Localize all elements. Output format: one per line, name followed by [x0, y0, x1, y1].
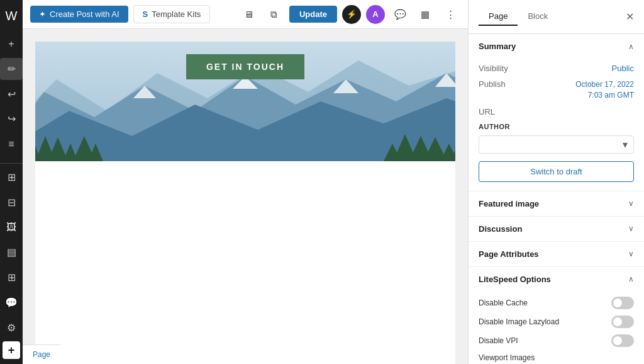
author-section: AUTHOR — [479, 123, 634, 154]
summary-body: Visibility Public Publish October 17, 20… — [469, 59, 644, 191]
right-panel: Page Block ✕ Summary ∧ Visibility Public… — [468, 0, 644, 364]
page-canvas: GET IN TOUCH — [35, 42, 455, 364]
publish-label: Publish — [479, 79, 523, 89]
bottom-bar[interactable]: Page — [23, 344, 60, 364]
create-post-button[interactable]: ✦ Create Post with AI — [30, 6, 128, 23]
disable-vpi-row: Disable VPI — [479, 334, 634, 347]
page-attributes-arrow: ∨ — [628, 249, 634, 258]
add-block-sidebar-icon[interactable]: + — [0, 33, 23, 55]
visibility-row: Visibility Public — [479, 64, 634, 73]
viewport-images-section: Viewport Images — [479, 353, 634, 364]
disable-vpi-toggle[interactable] — [611, 334, 634, 347]
visibility-value[interactable]: Public — [612, 64, 634, 73]
editor-wrap: ✦ Create Post with AI S Template Kits 🖥 … — [23, 0, 468, 364]
litespeed-header[interactable]: LiteSpeed Options ∧ — [469, 267, 644, 292]
visibility-label: Visibility — [479, 64, 523, 73]
more-options-button[interactable]: ⋮ — [440, 4, 460, 25]
author-select[interactable] — [479, 135, 634, 154]
discussion-title: Discussion — [479, 224, 522, 234]
left-sidebar: W + ✏ ↩ ↪ ≡ ⊞ ⊟ 🖼 ▤ ⊞ 💬 ⚙ + — [0, 0, 23, 364]
template-kits-button[interactable]: S Template Kits — [133, 5, 211, 23]
summary-section: Summary ∧ Visibility Public Publish Octo… — [469, 34, 644, 191]
author-select-wrapper — [479, 135, 634, 154]
url-label: URL — [479, 107, 523, 117]
redo-icon[interactable]: ↪ — [0, 108, 23, 130]
litespeed-body: Disable Cache Disable Image Lazyload Dis… — [469, 292, 644, 364]
litespeed-title: LiteSpeed Options — [479, 275, 551, 284]
pencil-icon[interactable]: ✏ — [0, 58, 23, 81]
ai-icon: ✦ — [39, 9, 46, 19]
s-template-icon: S — [143, 9, 148, 19]
page-attributes-header[interactable]: Page Attributes ∨ — [469, 242, 644, 266]
page-attributes-section: Page Attributes ∨ — [469, 242, 644, 267]
disable-cache-toggle[interactable] — [611, 297, 634, 309]
wp-logo-icon[interactable]: W — [0, 5, 23, 28]
template-icon[interactable]: ⊟ — [0, 191, 23, 213]
global-add-button[interactable]: + — [3, 341, 20, 359]
featured-image-arrow: ∨ — [628, 199, 634, 208]
disable-image-lazyload-label: Disable Image Lazyload — [479, 317, 559, 326]
publish-value[interactable]: October 17, 20227:03 am GMT — [575, 79, 634, 101]
layout-icon[interactable]: ▤ — [0, 241, 23, 264]
block-nav-icon[interactable]: ⊞ — [0, 166, 23, 189]
featured-image-section: Featured image ∨ — [469, 191, 644, 217]
author-label: AUTHOR — [479, 123, 634, 130]
summary-title: Summary — [479, 42, 516, 51]
tab-block[interactable]: Block — [518, 8, 558, 26]
discussion-arrow: ∨ — [628, 224, 634, 233]
comments-icon[interactable]: 💬 — [0, 291, 23, 314]
external-link-icon[interactable]: ⧉ — [264, 4, 284, 25]
hero-cta-button[interactable]: GET IN TOUCH — [186, 54, 304, 79]
right-panel-header: Page Block ✕ — [469, 0, 644, 34]
litespeed-section: LiteSpeed Options ∧ Disable Cache Disabl… — [469, 267, 644, 364]
discussion-header[interactable]: Discussion ∨ — [469, 217, 644, 241]
canvas-area: GET IN TOUCH + CONTENT RESTRICTION ∧ DIS… — [23, 29, 468, 364]
disable-cache-row: Disable Cache — [479, 297, 634, 309]
tab-page[interactable]: Page — [479, 8, 518, 26]
disable-image-lazyload-row: Disable Image Lazyload — [479, 316, 634, 328]
hero-section: GET IN TOUCH — [35, 42, 455, 161]
toolbar-right: 🖥 ⧉ Update ⚡ A 💬 ▦ ⋮ — [239, 4, 460, 25]
undo-icon[interactable]: ↩ — [0, 82, 23, 105]
switch-to-draft-button[interactable]: Switch to draft — [479, 161, 634, 182]
panel-tabs: Page Block — [479, 8, 558, 26]
settings-sidebar-icon[interactable]: ⚙ — [0, 316, 23, 339]
comment-icon-button[interactable]: 💬 — [390, 4, 410, 25]
disable-image-lazyload-toggle[interactable] — [611, 316, 634, 328]
litespeed-arrow: ∧ — [628, 275, 634, 283]
a-icon-button[interactable]: A — [366, 5, 385, 24]
summary-arrow-icon: ∧ — [628, 42, 634, 51]
discussion-section: Discussion ∨ — [469, 217, 644, 242]
layers-icon[interactable]: ⊞ — [0, 266, 23, 289]
update-button[interactable]: Update — [289, 6, 337, 23]
publish-row: Publish October 17, 20227:03 am GMT — [479, 79, 634, 101]
featured-image-header[interactable]: Featured image ∨ — [469, 191, 644, 216]
featured-image-title: Featured image — [479, 199, 539, 208]
bolt-icon-button[interactable]: ⚡ — [342, 5, 361, 24]
disable-vpi-label: Disable VPI — [479, 336, 518, 345]
url-row: URL — [479, 107, 634, 117]
monitor-view-icon[interactable]: 🖥 — [239, 4, 259, 25]
page-attributes-title: Page Attributes — [479, 249, 539, 259]
viewport-images-label: Viewport Images — [479, 353, 634, 362]
summary-section-header[interactable]: Summary ∧ — [469, 34, 644, 59]
panels-icon-button[interactable]: ▦ — [415, 4, 435, 25]
top-toolbar: ✦ Create Post with AI S Template Kits 🖥 … — [23, 0, 468, 29]
list-icon[interactable]: ≡ — [0, 133, 23, 156]
disable-cache-label: Disable Cache — [479, 299, 528, 307]
close-panel-button[interactable]: ✕ — [626, 11, 634, 23]
media-icon[interactable]: 🖼 — [0, 216, 23, 239]
